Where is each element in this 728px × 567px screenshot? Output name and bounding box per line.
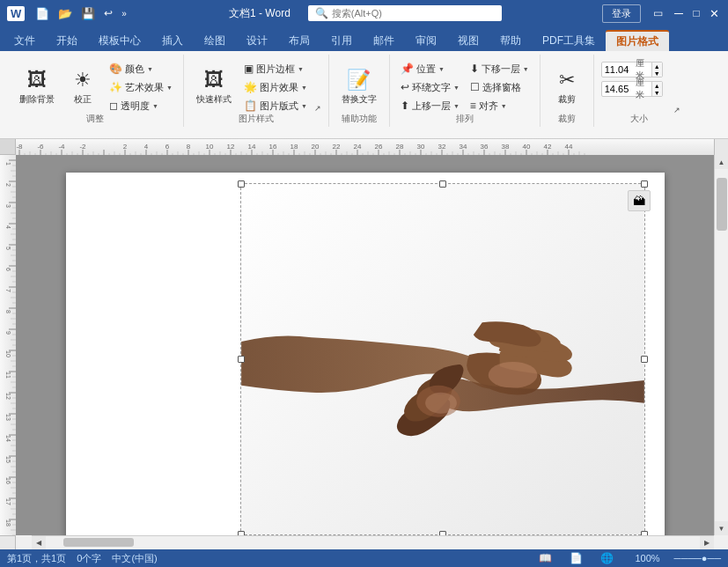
svg-text:4: 4 xyxy=(144,143,149,151)
btn-crop[interactable]: ✂ 裁剪 xyxy=(548,56,586,118)
zoom-slider[interactable]: ────●── xyxy=(674,553,721,563)
login-button[interactable]: 登录 xyxy=(602,4,641,23)
btn-pic-border[interactable]: ▣ 图片边框 ▼ xyxy=(240,60,311,77)
svg-point-238 xyxy=(425,393,457,414)
height-input[interactable] xyxy=(602,64,636,75)
close-icon[interactable]: ✕ xyxy=(707,6,721,20)
tab-file[interactable]: 文件 xyxy=(4,30,46,51)
tab-help[interactable]: 帮助 xyxy=(489,30,532,51)
quick-style-icon: 🖼 xyxy=(204,69,224,92)
tab-home[interactable]: 开始 xyxy=(46,30,88,51)
handle-bottom-left[interactable] xyxy=(238,531,245,535)
tab-mail[interactable]: 邮件 xyxy=(363,30,405,51)
page-view-icon[interactable]: 📄 xyxy=(566,550,586,566)
scroll-up-arrow[interactable]: ▲ xyxy=(715,155,729,169)
scroll-v-track[interactable] xyxy=(715,169,728,521)
width-up-btn[interactable]: ▲ xyxy=(652,82,662,89)
document-scroll-area[interactable]: 🏔 xyxy=(16,155,714,535)
select-pane-icon: ☐ xyxy=(470,81,480,93)
btn-wrap-text[interactable]: ↩ 环绕文字 ▼ xyxy=(397,78,463,96)
ruler-spacer xyxy=(714,139,728,155)
quick-new-icon[interactable]: 📄 xyxy=(33,5,51,22)
quick-open-icon[interactable]: 📂 xyxy=(56,5,74,22)
tab-pdf[interactable]: PDF工具集 xyxy=(532,30,606,51)
size-expand-icon[interactable]: ↗ xyxy=(673,106,680,114)
btn-position[interactable]: 📌 位置 ▼ xyxy=(397,60,463,77)
group-crop-label: 裁剪 xyxy=(558,113,576,125)
tab-insert[interactable]: 插入 xyxy=(151,30,194,51)
svg-text:16: 16 xyxy=(5,477,11,484)
language: 中文(中国) xyxy=(112,552,157,565)
width-down-btn[interactable]: ▼ xyxy=(652,89,662,96)
restore-icon[interactable]: □ xyxy=(689,6,703,20)
btn-bring-forward[interactable]: ⬆ 上移一层 ▼ xyxy=(397,97,463,114)
group-size-label: 大小 xyxy=(630,113,648,125)
quick-more-icon[interactable]: » xyxy=(120,7,129,20)
width-input-group: 厘米 ▲ ▼ xyxy=(601,81,663,97)
btn-align[interactable]: ≡ 对齐 ▼ xyxy=(467,97,533,114)
handle-top-right[interactable] xyxy=(641,180,648,188)
btn-select-pane[interactable]: ☐ 选择窗格 xyxy=(467,78,533,96)
quick-undo-icon[interactable]: ↩ xyxy=(102,5,114,21)
btn-send-back[interactable]: ⬇ 下移一层 ▼ xyxy=(467,60,533,77)
btn-correct[interactable]: ☀ 校正 xyxy=(63,56,102,118)
image-decoration-icon[interactable]: 🏔 xyxy=(628,190,651,211)
scroll-h-thumb[interactable] xyxy=(63,538,134,547)
width-input[interactable] xyxy=(602,84,636,94)
btn-quick-style[interactable]: 🖼 快速样式 xyxy=(191,56,237,118)
ribbon-group-adjust: 🖼 删除背景 ☀ 校正 🎨 颜色 ▼ ✨ xyxy=(7,55,184,127)
web-view-icon[interactable]: 🌐 xyxy=(597,550,617,566)
title-center: 文档1 - Word 🔍 xyxy=(129,5,602,21)
border-dropdown-icon: ▼ xyxy=(298,66,304,72)
btn-transparency[interactable]: ◻ 透明度 ▼ xyxy=(106,97,176,114)
quick-save-icon[interactable]: 💾 xyxy=(79,5,97,22)
btn-remove-bg[interactable]: 🖼 删除背景 xyxy=(14,56,60,118)
height-up-btn[interactable]: ▲ xyxy=(652,63,662,70)
tab-template[interactable]: 模板中心 xyxy=(88,30,151,51)
svg-text:40: 40 xyxy=(523,143,531,151)
horizontal-scrollbar[interactable]: ◀ ▶ xyxy=(32,535,714,549)
tab-review[interactable]: 审阅 xyxy=(405,30,447,51)
search-icon: 🔍 xyxy=(315,7,328,19)
svg-text:4: 4 xyxy=(5,225,11,229)
handle-middle-left[interactable] xyxy=(238,356,245,363)
wrap-dropdown-icon: ▼ xyxy=(453,85,460,91)
read-view-icon[interactable]: 📖 xyxy=(535,550,555,566)
handle-bottom-center[interactable] xyxy=(439,531,446,535)
svg-text:15: 15 xyxy=(5,456,11,463)
search-input[interactable] xyxy=(332,8,473,18)
search-box[interactable]: 🔍 xyxy=(308,5,502,21)
minimize-icon[interactable]: ─ xyxy=(672,6,686,20)
alt-text-icon: 📝 xyxy=(347,69,371,92)
tab-design[interactable]: 设计 xyxy=(236,30,278,51)
scroll-down-arrow[interactable]: ▼ xyxy=(715,521,729,535)
btn-pic-layout[interactable]: 📋 图片版式 ▼ xyxy=(240,97,311,114)
tab-image-format[interactable]: 图片格式 xyxy=(606,30,669,51)
scroll-h-track[interactable] xyxy=(46,536,700,549)
transparency-icon: ◻ xyxy=(109,99,118,112)
btn-art-effect[interactable]: ✨ 艺术效果 ▼ xyxy=(106,78,176,96)
handle-middle-right[interactable] xyxy=(641,356,648,363)
btn-color[interactable]: 🎨 颜色 ▼ xyxy=(106,60,176,77)
tab-view[interactable]: 视图 xyxy=(447,30,489,51)
tab-references[interactable]: 引用 xyxy=(320,30,363,51)
btn-alt-text[interactable]: 📝 替换文字 xyxy=(336,56,382,118)
scroll-left-arrow[interactable]: ◀ xyxy=(32,536,46,550)
scroll-v-thumb[interactable] xyxy=(717,178,727,231)
svg-text:1: 1 xyxy=(5,162,11,166)
ribbon-toggle-icon[interactable]: ▭ xyxy=(651,5,665,21)
selected-image-container[interactable] xyxy=(240,183,645,535)
ruler-row: -8-6-4-224681012141618202224262830323436… xyxy=(0,139,728,155)
scroll-right-arrow[interactable]: ▶ xyxy=(700,536,714,550)
btn-pic-effect[interactable]: 🌟 图片效果 ▼ xyxy=(240,78,311,96)
vertical-scrollbar[interactable]: ▲ ▼ xyxy=(714,155,728,535)
handle-top-center[interactable] xyxy=(439,180,446,188)
svg-point-236 xyxy=(488,362,537,388)
height-down-btn[interactable]: ▼ xyxy=(652,70,662,77)
handle-bottom-right[interactable] xyxy=(641,531,648,535)
handle-top-left[interactable] xyxy=(238,180,245,188)
tab-layout[interactable]: 布局 xyxy=(278,30,320,51)
tab-draw[interactable]: 绘图 xyxy=(194,30,236,51)
crop-icon: ✂ xyxy=(559,69,575,92)
style-expand-icon[interactable]: ↗ xyxy=(314,104,321,113)
